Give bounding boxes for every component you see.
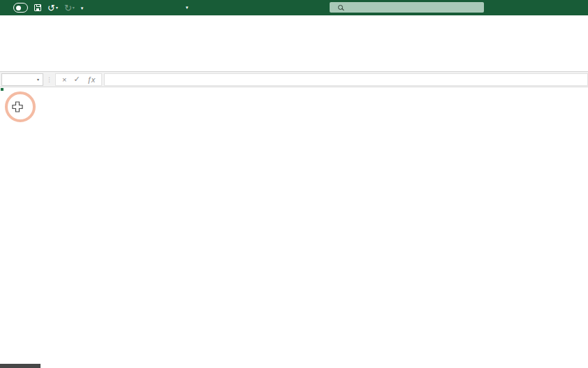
document-title: ▾ <box>183 0 189 15</box>
formula-input[interactable] <box>104 73 588 86</box>
divider-dots: ⋮ <box>43 76 55 83</box>
title-bar: ↺▾ ↻▾ ▾ ▾ <box>0 0 588 15</box>
fill-handle[interactable] <box>0 87 4 91</box>
autosave-toggle[interactable] <box>13 3 28 13</box>
excel-window: ↺▾ ↻▾ ▾ ▾ ▾ ⋮ × ✓ ƒx <box>0 0 588 368</box>
redo-button[interactable]: ↻▾ <box>64 3 75 13</box>
cancel-icon[interactable]: × <box>62 75 66 84</box>
formula-bar: ▾ ⋮ × ✓ ƒx <box>0 72 588 87</box>
ribbon <box>0 31 588 72</box>
ribbon-tab-bar <box>0 15 588 31</box>
sheet-grid <box>0 87 588 368</box>
quick-access-toolbar: ↺▾ ↻▾ ▾ <box>7 3 83 13</box>
search-box[interactable] <box>330 2 484 13</box>
bottom-left-sliver <box>0 364 41 368</box>
save-icon[interactable] <box>34 4 41 11</box>
search-icon <box>338 5 343 10</box>
chevron-down-icon: ▾ <box>37 77 43 82</box>
selection-box <box>0 87 3 90</box>
chevron-down-icon: ▾ <box>186 5 189 10</box>
formula-bar-buttons: × ✓ ƒx <box>55 73 102 86</box>
undo-button[interactable]: ↺▾ <box>47 3 58 13</box>
chevron-down-icon: ▾ <box>73 6 75 10</box>
name-box[interactable]: ▾ <box>1 73 43 86</box>
toggle-knob-icon <box>16 6 21 10</box>
chevron-down-icon: ▾ <box>56 6 58 10</box>
enter-icon[interactable]: ✓ <box>73 75 80 84</box>
qat-customize-button[interactable]: ▾ <box>81 6 84 10</box>
insert-function-icon[interactable]: ƒx <box>87 75 96 84</box>
